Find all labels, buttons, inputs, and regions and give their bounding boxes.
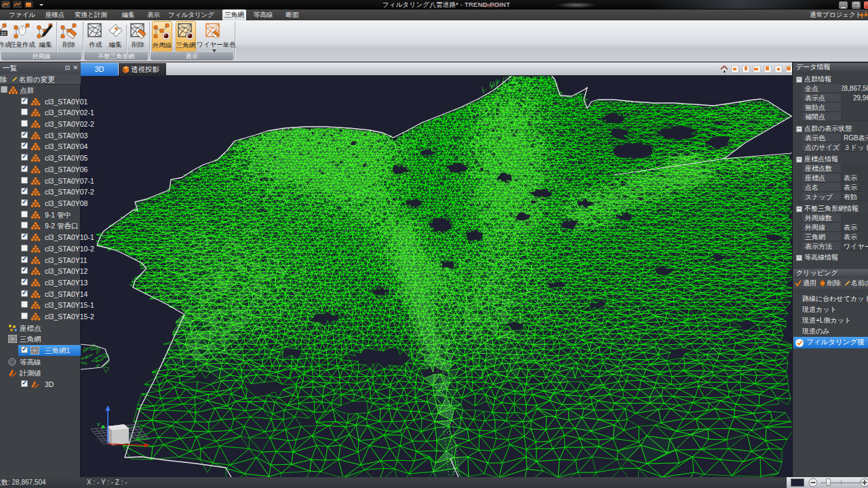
svg-text:10: 10 (1, 31, 6, 36)
svg-text:Y: Y (97, 422, 100, 427)
